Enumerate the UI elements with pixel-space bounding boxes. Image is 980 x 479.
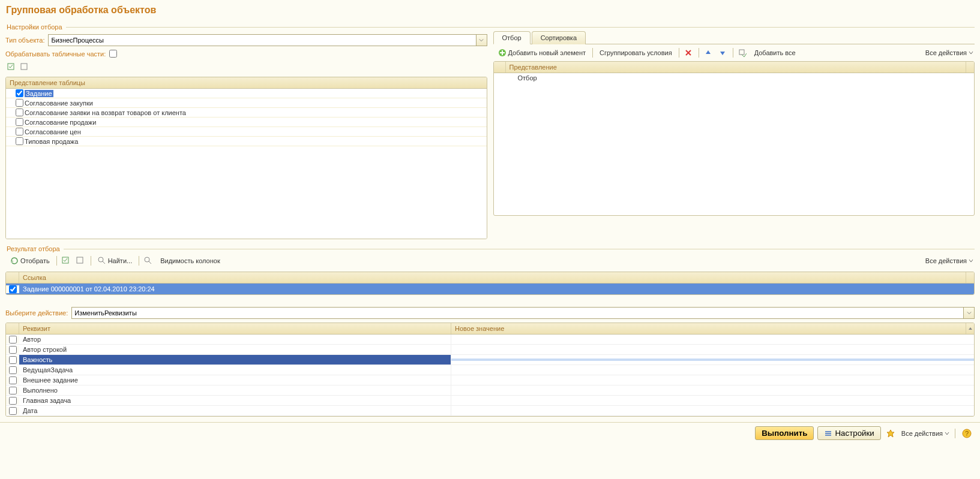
svg-rect-1 — [21, 64, 27, 70]
table-view-item[interactable]: Типовая продажа — [6, 137, 487, 146]
filter-root-row[interactable]: Отбор — [494, 73, 975, 83]
svg-rect-10 — [825, 435, 831, 436]
magnifier-icon[interactable] — [142, 255, 154, 267]
dropdown-icon[interactable] — [476, 35, 487, 46]
item-checkbox[interactable] — [16, 109, 23, 116]
attr-row[interactable]: ВедущаяЗадача — [6, 365, 974, 375]
attr-name: Автор — [19, 335, 451, 344]
attr-checkbox[interactable] — [9, 356, 17, 364]
tab-sort[interactable]: Сортировка — [532, 31, 586, 44]
table-view-panel: Представление таблицы ЗаданиеСогласовани… — [5, 77, 487, 239]
dropdown-icon[interactable] — [963, 308, 974, 318]
settings-button[interactable]: Настройки — [817, 426, 880, 440]
uncheck-all-result-icon[interactable] — [74, 255, 86, 267]
bottom-all-actions[interactable]: Все действия — [901, 430, 949, 437]
svg-point-6 — [98, 257, 103, 262]
attr-value[interactable] — [451, 409, 974, 412]
attr-row[interactable]: Важность — [6, 355, 974, 365]
add-all-button[interactable]: Добавить все — [751, 48, 799, 58]
svg-rect-5 — [77, 257, 83, 263]
move-down-icon[interactable] — [717, 47, 729, 59]
tab-filter[interactable]: Отбор — [493, 31, 531, 44]
settings-icon — [824, 429, 832, 438]
result-checkbox[interactable] — [9, 285, 17, 293]
scrollbar-up-icon[interactable] — [966, 323, 974, 334]
columns-visibility-button[interactable]: Видимость колонок — [157, 256, 224, 266]
item-label: Согласование заявки на возврат товаров о… — [25, 109, 186, 116]
attr-value[interactable] — [451, 338, 974, 341]
object-type-label: Тип объекта: — [5, 37, 44, 44]
svg-point-7 — [145, 257, 149, 262]
process-tabular-checkbox[interactable] — [109, 50, 117, 58]
attr-row[interactable]: Выполнено — [6, 385, 974, 396]
item-checkbox[interactable] — [16, 89, 23, 97]
help-icon[interactable]: ? — [961, 427, 973, 439]
attr-value[interactable] — [451, 379, 974, 381]
group-conditions-button[interactable]: Сгруппировать условия — [596, 48, 676, 58]
item-label: Согласование продажи — [25, 119, 96, 126]
select-action-dropdown[interactable] — [71, 307, 975, 319]
select-action-input[interactable] — [72, 309, 963, 317]
result-row[interactable]: Задание 000000001 от 02.04.2010 23:20:24 — [6, 284, 974, 294]
item-checkbox[interactable] — [16, 118, 23, 126]
attr-checkbox[interactable] — [9, 407, 17, 415]
attr-name: Важность — [19, 355, 451, 364]
table-view-item[interactable]: Согласование продажи — [6, 118, 487, 127]
star-icon[interactable] — [885, 427, 897, 439]
attr-row[interactable]: Автор строкой — [6, 345, 974, 355]
attr-value[interactable] — [451, 389, 974, 391]
svg-text:?: ? — [965, 430, 969, 437]
table-view-item[interactable]: Согласование закупки — [6, 98, 487, 108]
table-view-item[interactable]: Задание — [6, 89, 487, 98]
execute-button[interactable]: Выполнить — [755, 426, 814, 440]
object-type-input[interactable] — [49, 37, 475, 44]
table-view-header: Представление таблицы — [6, 77, 487, 89]
attr-name: Автор строкой — [19, 345, 451, 354]
find-button[interactable]: Найти... — [94, 255, 136, 266]
attr-row[interactable]: Автор — [6, 335, 974, 345]
attr-name-header: Реквизит — [19, 323, 451, 334]
attr-value[interactable] — [451, 348, 974, 351]
attr-checkbox[interactable] — [9, 387, 17, 394]
filter-all-actions[interactable]: Все действия — [925, 49, 973, 56]
attr-value[interactable] — [451, 359, 974, 361]
find-label: Найти... — [108, 257, 133, 264]
svg-rect-3 — [739, 50, 744, 55]
item-checkbox[interactable] — [16, 128, 23, 135]
attr-name: Главная задача — [19, 396, 451, 405]
attr-checkbox[interactable] — [9, 336, 17, 344]
attr-checkbox[interactable] — [9, 376, 17, 384]
table-view-item[interactable]: Согласование цен — [6, 127, 487, 137]
add-all-icon[interactable] — [736, 47, 748, 59]
item-checkbox[interactable] — [16, 137, 23, 145]
attr-name: Внешнее задание — [19, 375, 451, 385]
check-all-result-icon[interactable] — [60, 255, 72, 267]
move-up-icon[interactable] — [702, 47, 714, 59]
attr-checkbox[interactable] — [9, 366, 17, 374]
object-type-dropdown[interactable] — [48, 34, 487, 46]
add-element-button[interactable]: Добавить новый элемент — [495, 47, 590, 58]
item-checkbox[interactable] — [16, 99, 23, 107]
item-label: Согласование закупки — [25, 100, 93, 107]
page-title: Групповая обработка объектов — [0, 0, 980, 18]
item-label: Согласование цен — [25, 128, 81, 135]
uncheck-all-icon[interactable] — [19, 61, 31, 73]
select-label: Отобрать — [20, 257, 50, 264]
result-column-header: Ссылка — [19, 272, 966, 283]
attr-checkbox[interactable] — [9, 346, 17, 354]
svg-rect-9 — [825, 433, 831, 434]
attr-value[interactable] — [451, 399, 974, 402]
item-label: Задание — [25, 90, 53, 97]
attr-row[interactable]: Внешнее задание — [6, 375, 974, 385]
check-all-icon[interactable] — [5, 61, 17, 73]
delete-icon[interactable] — [682, 47, 694, 59]
attr-checkbox[interactable] — [9, 397, 17, 405]
attr-value[interactable] — [451, 369, 974, 371]
attr-row[interactable]: Главная задача — [6, 396, 974, 406]
table-view-item[interactable]: Согласование заявки на возврат товаров о… — [6, 108, 487, 118]
attr-row[interactable]: Дата — [6, 406, 974, 416]
result-all-actions[interactable]: Все действия — [925, 257, 973, 264]
result-section-legend: Результат отбора — [5, 245, 975, 252]
select-button[interactable]: Отобрать — [7, 255, 53, 266]
svg-rect-8 — [825, 431, 831, 432]
